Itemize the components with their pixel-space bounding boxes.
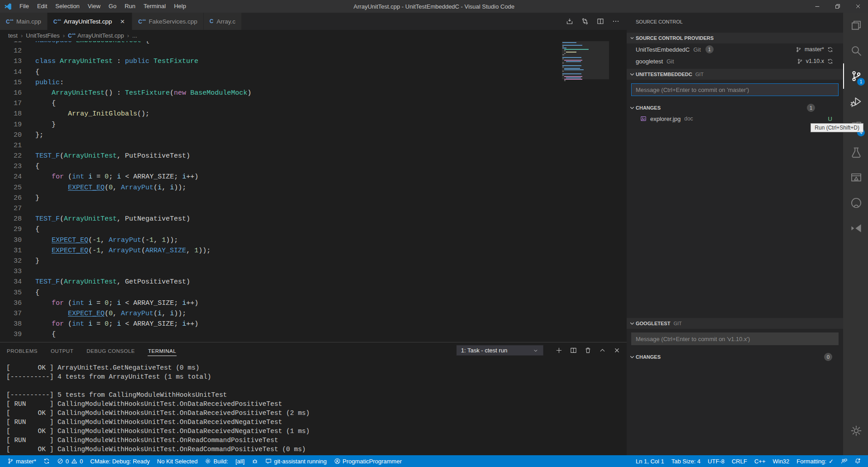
split-editor-button[interactable] bbox=[597, 18, 604, 25]
activity-vs-project[interactable] bbox=[843, 216, 868, 241]
breadcrumb-item-[interactable]: ... bbox=[132, 32, 137, 39]
panel-tab-output[interactable]: OUTPUT bbox=[50, 345, 74, 356]
code-editor[interactable]: 11namespace EmbeddedUnitTest {1213class … bbox=[0, 41, 627, 342]
menu-edit[interactable]: Edit bbox=[33, 0, 51, 13]
code-line[interactable]: 30 EXPECT_EQ(-1, ArrayPut(-1, 1)); bbox=[0, 235, 251, 246]
status-win32[interactable]: Win32 bbox=[769, 455, 793, 467]
code-line[interactable]: 33 bbox=[0, 266, 251, 277]
code-line[interactable]: 28TEST_F(ArrayUnitTest, PutNegativeTest) bbox=[0, 214, 251, 224]
panel-tab-problems[interactable]: PROBLEMS bbox=[6, 345, 38, 356]
code-line[interactable]: 23{ bbox=[0, 161, 251, 172]
menu-go[interactable]: Go bbox=[105, 0, 120, 13]
new-terminal-button[interactable] bbox=[556, 347, 562, 354]
status-no-kit-selected[interactable]: No Kit Selected bbox=[153, 455, 201, 467]
provider-unittestembeddedc[interactable]: UnitTestEmbeddedCGit1master* bbox=[627, 43, 843, 55]
code-line[interactable]: 32} bbox=[0, 256, 251, 266]
repo-section-header[interactable]: GOOGLETESTGIT bbox=[627, 318, 843, 329]
status-bell[interactable] bbox=[851, 455, 864, 467]
close-panel-button[interactable] bbox=[614, 347, 620, 354]
menu-file[interactable]: File bbox=[15, 0, 33, 13]
activity-github[interactable] bbox=[843, 190, 868, 216]
status-ln-1-col-1[interactable]: Ln 1, Col 1 bbox=[632, 455, 668, 467]
changes-header[interactable]: CHANGES1 bbox=[627, 102, 843, 113]
kill-terminal-button[interactable] bbox=[585, 347, 591, 354]
status-bug[interactable] bbox=[248, 455, 262, 467]
changed-file-explorer-jpg[interactable]: explorer.jpgdocU bbox=[627, 113, 843, 124]
open-changes-button[interactable] bbox=[566, 18, 573, 25]
code-line[interactable]: 24 for (int i = 0; i < ARRAY_SIZE; i++) bbox=[0, 172, 251, 182]
sync-icon[interactable] bbox=[827, 47, 833, 53]
code-line[interactable]: 37 EXPECT_EQ(0, ArrayPut(i, i)); bbox=[0, 308, 251, 319]
code-line[interactable]: 13class ArrayUnitTest : public TestFixtu… bbox=[0, 56, 251, 67]
menu-view[interactable]: View bbox=[84, 0, 105, 13]
commit-message-input[interactable] bbox=[631, 83, 839, 96]
repo-section-header[interactable]: UNITTESTEMBEDDEDCGIT bbox=[627, 69, 843, 80]
code-line[interactable]: 19 } bbox=[0, 120, 251, 130]
code-line[interactable]: 26} bbox=[0, 193, 251, 203]
split-terminal-button[interactable] bbox=[570, 347, 577, 354]
activity-run-debug[interactable] bbox=[843, 89, 868, 114]
status-all[interactable]: [all] bbox=[232, 455, 248, 467]
maximize-panel-button[interactable] bbox=[599, 347, 606, 354]
close-button[interactable] bbox=[848, 0, 868, 13]
status-feedback[interactable] bbox=[837, 455, 851, 467]
code-line[interactable]: 29{ bbox=[0, 224, 251, 235]
code-line[interactable]: 18 Array_InitGlobals(); bbox=[0, 109, 251, 119]
activity-search[interactable] bbox=[843, 38, 868, 63]
terminal-output[interactable]: [ OK ] ArrayUnitTest.GetNegativeTest (0 … bbox=[0, 358, 627, 455]
activity-testing[interactable] bbox=[843, 140, 868, 165]
activity-remote-explorer[interactable] bbox=[843, 165, 868, 190]
status-build[interactable]: Build: bbox=[201, 455, 232, 467]
changes-header[interactable]: CHANGES0 bbox=[627, 351, 843, 362]
code-line[interactable]: 36 for (int i = 0; i < ARRAY_SIZE; i++) bbox=[0, 298, 251, 308]
menu-terminal[interactable]: Terminal bbox=[139, 0, 170, 13]
activity-settings[interactable] bbox=[843, 418, 868, 443]
code-line[interactable]: 21 bbox=[0, 140, 251, 151]
breadcrumb-item-arrayunittest-cpp[interactable]: C++ArrayUnitTest.cpp bbox=[68, 32, 124, 39]
code-line[interactable]: 14{ bbox=[0, 67, 251, 77]
code-line[interactable]: 16 ArrayUnitTest() : TestFixture(new Bas… bbox=[0, 88, 251, 98]
code-line[interactable]: 34TEST_F(ArrayUnitTest, GetPositiveTest) bbox=[0, 277, 251, 287]
status-crlf[interactable]: CRLF bbox=[728, 455, 751, 467]
status-c[interactable]: C++ bbox=[751, 455, 769, 467]
panel-tab-terminal[interactable]: TERMINAL bbox=[148, 345, 177, 356]
menu-help[interactable]: Help bbox=[170, 0, 190, 13]
terminal-picker[interactable]: 1: Task - ctest run bbox=[456, 345, 543, 356]
tab-arrayunittest-cpp[interactable]: C++ArrayUnitTest.cpp× bbox=[48, 13, 133, 30]
status-sync[interactable] bbox=[40, 455, 53, 467]
restore-button[interactable] bbox=[827, 0, 848, 13]
code-line[interactable]: 12 bbox=[0, 46, 251, 56]
status-tab-size-4[interactable]: Tab Size: 4 bbox=[668, 455, 704, 467]
status-git-assistant-running[interactable]: git-assistant running bbox=[262, 455, 330, 467]
activity-explorer[interactable] bbox=[843, 13, 868, 38]
code-line[interactable]: 17 { bbox=[0, 98, 251, 109]
menu-selection[interactable]: Selection bbox=[51, 0, 83, 13]
status-formatting[interactable]: Formatting:✓ bbox=[793, 455, 837, 467]
more-actions-button[interactable] bbox=[612, 18, 619, 25]
menu-run[interactable]: Run bbox=[120, 0, 139, 13]
code-line[interactable]: 25 EXPECT_EQ(0, ArrayPut(i, i)); bbox=[0, 183, 251, 193]
code-line[interactable]: 31 EXPECT_EQ(-1, ArrayPut(ARRAY_SIZE, 1)… bbox=[0, 246, 251, 256]
tab-close-icon[interactable]: × bbox=[119, 18, 126, 25]
status-cmake-debug-ready[interactable]: CMake: Debug: Ready bbox=[86, 455, 153, 467]
status-progmaticprogrammer[interactable]: ProgmaticProgrammer bbox=[331, 455, 406, 467]
code-line[interactable]: 38 for (int i = 0; i < ARRAY_SIZE; i++) bbox=[0, 319, 251, 329]
status-0[interactable]: 00 bbox=[53, 455, 86, 467]
providers-section-header[interactable]: SOURCE CONTROL PROVIDERS bbox=[627, 33, 843, 43]
panel-tab-debug-console[interactable]: DEBUG CONSOLE bbox=[86, 345, 135, 356]
code-line[interactable]: 22TEST_F(ArrayUnitTest, PutPositiveTest) bbox=[0, 151, 251, 161]
code-line[interactable]: 11namespace EmbeddedUnitTest { bbox=[0, 41, 251, 46]
git-compare-button[interactable] bbox=[581, 18, 589, 25]
code-line[interactable]: 35{ bbox=[0, 288, 251, 298]
sync-icon[interactable] bbox=[827, 58, 833, 64]
code-line[interactable]: 15public: bbox=[0, 77, 251, 88]
tab-array-c[interactable]: CArray.c bbox=[204, 13, 242, 30]
tab-main-cpp[interactable]: C++Main.cpp bbox=[0, 13, 48, 30]
activity-source-control[interactable]: 1 bbox=[843, 63, 868, 89]
tab-fakeservices-cpp[interactable]: C++FakeServices.cpp bbox=[132, 13, 203, 30]
minimap-slider[interactable] bbox=[562, 41, 609, 79]
status-master[interactable]: master* bbox=[4, 455, 40, 467]
breadcrumb-item-unittestfiles[interactable]: UnitTestFiles bbox=[26, 32, 59, 39]
breadcrumb-item-test[interactable]: test bbox=[8, 32, 18, 39]
code-line[interactable]: 39 { bbox=[0, 329, 251, 340]
